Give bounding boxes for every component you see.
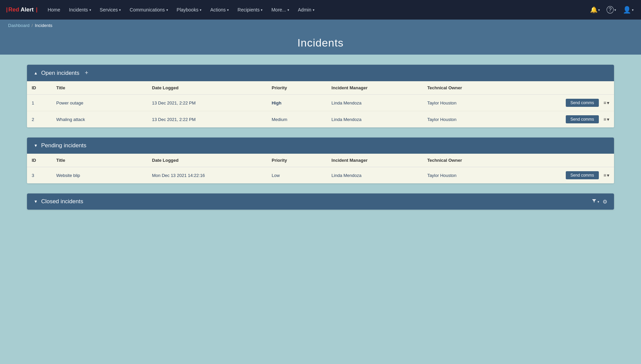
- col-priority: Priority: [267, 154, 327, 167]
- send-comms-button-1[interactable]: Send comms: [566, 99, 599, 107]
- user-icon: 👤: [623, 6, 631, 14]
- col-incident-manager: Incident Manager: [327, 154, 423, 167]
- cell-date: 13 Dec 2021, 2:22 PM: [147, 95, 267, 111]
- cell-title: Whaling attack: [52, 111, 147, 128]
- cell-owner: Taylor Houston: [422, 95, 518, 111]
- closed-incidents-label: Closed incidents: [41, 198, 83, 205]
- notifications-icon: 🔔: [590, 6, 597, 13]
- notifications-button[interactable]: 🔔 ▾: [588, 4, 602, 16]
- cell-title: Website blip: [52, 167, 147, 184]
- row-menu-icon-2: ≡: [604, 117, 606, 122]
- closed-incidents-settings-button[interactable]: ⚙: [603, 199, 607, 205]
- col-title: Title: [52, 81, 147, 95]
- open-incidents-header: ▲ Open incidents +: [27, 65, 614, 81]
- col-incident-manager: Incident Manager: [327, 81, 423, 95]
- pending-incidents-header: ▼ Pending incidents: [27, 138, 614, 154]
- open-incident-row-1: 1 Power outage 13 Dec 2021, 2:22 PM High…: [27, 95, 614, 111]
- closed-incidents-collapse-icon[interactable]: ▼: [34, 199, 38, 204]
- cell-date: Mon Dec 13 2021 14:22:16: [147, 167, 267, 184]
- help-button[interactable]: ? ▾: [605, 4, 618, 16]
- open-incidents-header-row: ID Title Date Logged Priority Incident M…: [27, 81, 614, 95]
- closed-incidents-header-actions: ▾ ⚙: [592, 199, 607, 205]
- row-actions-container: Send comms ≡ ▾: [523, 115, 609, 123]
- nav-more-chevron: ▾: [287, 8, 289, 12]
- row-menu-chevron-2: ▾: [607, 117, 609, 122]
- brand-red: Red: [8, 6, 19, 13]
- cell-owner: Taylor Houston: [422, 111, 518, 128]
- row-menu-chevron-1: ▾: [607, 100, 609, 105]
- closed-incidents-header: ▼ Closed incidents ▾ ⚙: [27, 193, 614, 210]
- row-menu-icon-3: ≡: [604, 173, 606, 178]
- row-actions-container: Send comms ≡ ▾: [523, 99, 609, 107]
- gear-icon: ⚙: [603, 199, 607, 205]
- cell-manager: Linda Mendoza: [327, 111, 423, 128]
- filter-chevron: ▾: [597, 200, 599, 204]
- brand-pipe-left: |: [6, 6, 8, 13]
- brand-alert: Alert: [19, 6, 34, 13]
- nav-communications[interactable]: Communications ▾: [126, 4, 172, 15]
- col-priority: Priority: [267, 81, 327, 95]
- row-menu-button-3[interactable]: ≡ ▾: [604, 173, 609, 178]
- open-incident-row-2: 2 Whaling attack 13 Dec 2021, 2:22 PM Me…: [27, 111, 614, 128]
- nav-incidents[interactable]: Incidents ▾: [65, 4, 95, 15]
- nav-more[interactable]: More... ▾: [267, 4, 293, 15]
- main-content: ▲ Open incidents + ID Title Date Logged …: [0, 55, 641, 220]
- col-technical-owner: Technical Owner: [422, 81, 518, 95]
- send-comms-button-2[interactable]: Send comms: [566, 115, 599, 123]
- cell-title: Power outage: [52, 95, 147, 111]
- nav-recipients-chevron: ▾: [261, 8, 262, 12]
- navbar: | Red Alert | Home Incidents ▾ Services …: [0, 0, 641, 20]
- pending-incident-row-3: 3 Website blip Mon Dec 13 2021 14:22:16 …: [27, 167, 614, 184]
- closed-incidents-filter-button[interactable]: ▾: [592, 199, 599, 205]
- notifications-chevron: ▾: [598, 8, 600, 12]
- col-actions: [518, 154, 614, 167]
- cell-manager: Linda Mendoza: [327, 167, 423, 184]
- page-title: Incidents: [0, 31, 641, 55]
- nav-playbooks-chevron: ▾: [200, 8, 201, 12]
- breadcrumb-current: Incidents: [35, 23, 52, 28]
- col-id: ID: [27, 81, 52, 95]
- nav-actions[interactable]: Actions ▾: [206, 4, 233, 15]
- open-incidents-add-button[interactable]: +: [85, 69, 88, 77]
- send-comms-button-3[interactable]: Send comms: [566, 171, 599, 179]
- cell-priority: Medium: [267, 111, 327, 128]
- cell-row-actions: Send comms ≡ ▾: [518, 167, 614, 184]
- user-button[interactable]: 👤 ▾: [621, 4, 636, 16]
- brand-logo: | Red Alert |: [5, 6, 38, 13]
- breadcrumb: Dashboard / Incidents: [0, 20, 641, 31]
- user-chevron: ▾: [632, 8, 634, 12]
- row-menu-button-2[interactable]: ≡ ▾: [604, 117, 609, 122]
- nav-right: 🔔 ▾ ? ▾ 👤 ▾: [588, 4, 636, 16]
- col-title: Title: [52, 154, 147, 167]
- nav-actions-chevron: ▾: [227, 8, 229, 12]
- cell-priority: Low: [267, 167, 327, 184]
- nav-incidents-chevron: ▾: [89, 8, 91, 12]
- nav-recipients[interactable]: Recipients ▾: [233, 4, 267, 15]
- cell-row-actions: Send comms ≡ ▾: [518, 111, 614, 128]
- row-menu-button-1[interactable]: ≡ ▾: [604, 100, 609, 105]
- cell-owner: Taylor Houston: [422, 167, 518, 184]
- open-incidents-table: ID Title Date Logged Priority Incident M…: [27, 81, 614, 127]
- row-menu-icon-1: ≡: [604, 100, 606, 105]
- pending-incidents-label: Pending incidents: [41, 142, 86, 149]
- nav-services[interactable]: Services ▾: [96, 4, 125, 15]
- nav-home[interactable]: Home: [44, 4, 64, 15]
- brand-pipe-right: |: [34, 6, 37, 13]
- open-incidents-label: Open incidents: [41, 70, 79, 77]
- nav-admin[interactable]: Admin ▾: [294, 4, 318, 15]
- row-menu-chevron-3: ▾: [607, 173, 609, 178]
- breadcrumb-separator: /: [32, 23, 33, 28]
- filter-icon: [592, 199, 596, 205]
- nav-playbooks[interactable]: Playbooks ▾: [173, 4, 206, 15]
- breadcrumb-dashboard[interactable]: Dashboard: [8, 23, 30, 28]
- cell-id: 2: [27, 111, 52, 128]
- open-incidents-collapse-icon[interactable]: ▲: [34, 71, 38, 75]
- nav-communications-chevron: ▾: [166, 8, 168, 12]
- pending-incidents-section: ▼ Pending incidents ID Title Date Logged…: [27, 138, 614, 183]
- pending-incidents-collapse-icon[interactable]: ▼: [34, 143, 38, 148]
- help-icon: ?: [607, 6, 614, 13]
- row-actions-container: Send comms ≡ ▾: [523, 171, 609, 179]
- closed-incidents-section: ▼ Closed incidents ▾ ⚙: [27, 193, 614, 210]
- cell-row-actions: Send comms ≡ ▾: [518, 95, 614, 111]
- pending-incidents-table: ID Title Date Logged Priority Incident M…: [27, 154, 614, 183]
